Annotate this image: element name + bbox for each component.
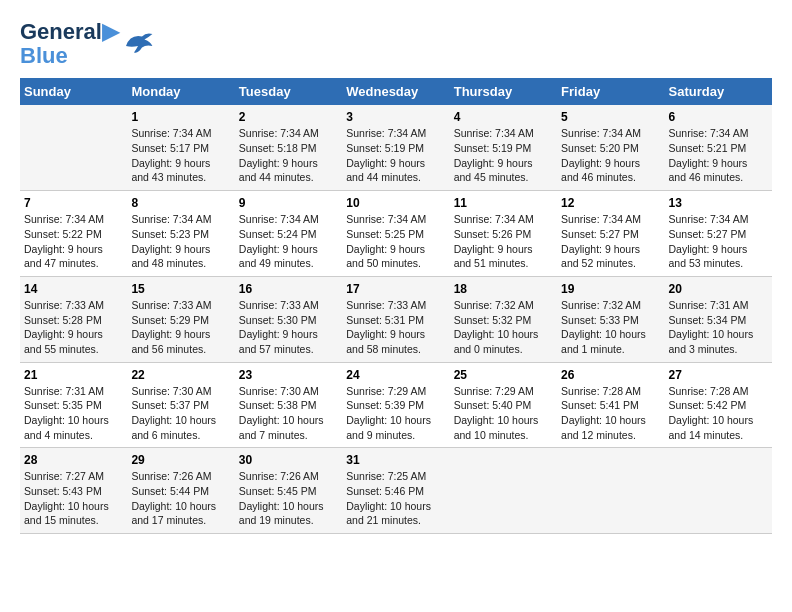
day-number: 24 [346,368,445,382]
logo-text2: Blue [20,44,119,68]
calendar-cell: 3Sunrise: 7:34 AMSunset: 5:19 PMDaylight… [342,105,449,190]
calendar-week-row: 21Sunrise: 7:31 AMSunset: 5:35 PMDayligh… [20,362,772,448]
calendar-cell [450,448,557,534]
calendar-cell: 9Sunrise: 7:34 AMSunset: 5:24 PMDaylight… [235,191,342,277]
calendar-cell: 6Sunrise: 7:34 AMSunset: 5:21 PMDaylight… [665,105,772,190]
day-number: 21 [24,368,123,382]
calendar-cell: 23Sunrise: 7:30 AMSunset: 5:38 PMDayligh… [235,362,342,448]
day-info: Sunrise: 7:29 AMSunset: 5:39 PMDaylight:… [346,384,445,443]
calendar-cell: 17Sunrise: 7:33 AMSunset: 5:31 PMDayligh… [342,276,449,362]
day-info: Sunrise: 7:30 AMSunset: 5:37 PMDaylight:… [131,384,230,443]
day-number: 28 [24,453,123,467]
calendar-cell: 24Sunrise: 7:29 AMSunset: 5:39 PMDayligh… [342,362,449,448]
day-info: Sunrise: 7:34 AMSunset: 5:25 PMDaylight:… [346,212,445,271]
header-friday: Friday [557,78,664,105]
calendar-cell: 30Sunrise: 7:26 AMSunset: 5:45 PMDayligh… [235,448,342,534]
calendar-cell: 8Sunrise: 7:34 AMSunset: 5:23 PMDaylight… [127,191,234,277]
calendar-cell: 28Sunrise: 7:27 AMSunset: 5:43 PMDayligh… [20,448,127,534]
day-info: Sunrise: 7:34 AMSunset: 5:21 PMDaylight:… [669,126,768,185]
day-info: Sunrise: 7:26 AMSunset: 5:45 PMDaylight:… [239,469,338,528]
day-number: 19 [561,282,660,296]
calendar-cell: 25Sunrise: 7:29 AMSunset: 5:40 PMDayligh… [450,362,557,448]
day-info: Sunrise: 7:29 AMSunset: 5:40 PMDaylight:… [454,384,553,443]
day-number: 2 [239,110,338,124]
day-info: Sunrise: 7:34 AMSunset: 5:19 PMDaylight:… [454,126,553,185]
calendar-cell: 11Sunrise: 7:34 AMSunset: 5:26 PMDayligh… [450,191,557,277]
calendar-cell: 19Sunrise: 7:32 AMSunset: 5:33 PMDayligh… [557,276,664,362]
day-number: 30 [239,453,338,467]
calendar-cell: 13Sunrise: 7:34 AMSunset: 5:27 PMDayligh… [665,191,772,277]
day-number: 14 [24,282,123,296]
calendar-cell [557,448,664,534]
day-info: Sunrise: 7:33 AMSunset: 5:28 PMDaylight:… [24,298,123,357]
day-number: 16 [239,282,338,296]
day-info: Sunrise: 7:34 AMSunset: 5:27 PMDaylight:… [669,212,768,271]
calendar-cell: 15Sunrise: 7:33 AMSunset: 5:29 PMDayligh… [127,276,234,362]
calendar-table: SundayMondayTuesdayWednesdayThursdayFrid… [20,78,772,534]
day-number: 8 [131,196,230,210]
calendar-cell: 4Sunrise: 7:34 AMSunset: 5:19 PMDaylight… [450,105,557,190]
calendar-cell: 27Sunrise: 7:28 AMSunset: 5:42 PMDayligh… [665,362,772,448]
page-header: General▶ Blue [20,20,772,68]
day-number: 17 [346,282,445,296]
day-number: 5 [561,110,660,124]
day-info: Sunrise: 7:34 AMSunset: 5:18 PMDaylight:… [239,126,338,185]
calendar-cell: 2Sunrise: 7:34 AMSunset: 5:18 PMDaylight… [235,105,342,190]
day-number: 10 [346,196,445,210]
calendar-cell: 5Sunrise: 7:34 AMSunset: 5:20 PMDaylight… [557,105,664,190]
calendar-cell: 26Sunrise: 7:28 AMSunset: 5:41 PMDayligh… [557,362,664,448]
day-number: 20 [669,282,768,296]
calendar-week-row: 7Sunrise: 7:34 AMSunset: 5:22 PMDaylight… [20,191,772,277]
header-sunday: Sunday [20,78,127,105]
day-info: Sunrise: 7:33 AMSunset: 5:31 PMDaylight:… [346,298,445,357]
calendar-cell: 21Sunrise: 7:31 AMSunset: 5:35 PMDayligh… [20,362,127,448]
calendar-cell: 31Sunrise: 7:25 AMSunset: 5:46 PMDayligh… [342,448,449,534]
logo: General▶ Blue [20,20,154,68]
day-number: 18 [454,282,553,296]
day-info: Sunrise: 7:34 AMSunset: 5:20 PMDaylight:… [561,126,660,185]
day-info: Sunrise: 7:25 AMSunset: 5:46 PMDaylight:… [346,469,445,528]
calendar-cell: 16Sunrise: 7:33 AMSunset: 5:30 PMDayligh… [235,276,342,362]
header-tuesday: Tuesday [235,78,342,105]
day-info: Sunrise: 7:33 AMSunset: 5:29 PMDaylight:… [131,298,230,357]
calendar-cell [665,448,772,534]
calendar-header-row: SundayMondayTuesdayWednesdayThursdayFrid… [20,78,772,105]
day-info: Sunrise: 7:32 AMSunset: 5:32 PMDaylight:… [454,298,553,357]
day-number: 7 [24,196,123,210]
day-number: 3 [346,110,445,124]
day-number: 6 [669,110,768,124]
logo-bird-icon [122,30,154,58]
calendar-cell: 7Sunrise: 7:34 AMSunset: 5:22 PMDaylight… [20,191,127,277]
header-thursday: Thursday [450,78,557,105]
day-info: Sunrise: 7:34 AMSunset: 5:23 PMDaylight:… [131,212,230,271]
day-number: 31 [346,453,445,467]
day-number: 12 [561,196,660,210]
calendar-cell: 12Sunrise: 7:34 AMSunset: 5:27 PMDayligh… [557,191,664,277]
day-info: Sunrise: 7:34 AMSunset: 5:26 PMDaylight:… [454,212,553,271]
day-number: 27 [669,368,768,382]
calendar-cell: 14Sunrise: 7:33 AMSunset: 5:28 PMDayligh… [20,276,127,362]
day-info: Sunrise: 7:34 AMSunset: 5:22 PMDaylight:… [24,212,123,271]
day-number: 9 [239,196,338,210]
calendar-week-row: 28Sunrise: 7:27 AMSunset: 5:43 PMDayligh… [20,448,772,534]
calendar-cell: 20Sunrise: 7:31 AMSunset: 5:34 PMDayligh… [665,276,772,362]
calendar-week-row: 14Sunrise: 7:33 AMSunset: 5:28 PMDayligh… [20,276,772,362]
day-info: Sunrise: 7:28 AMSunset: 5:42 PMDaylight:… [669,384,768,443]
header-saturday: Saturday [665,78,772,105]
calendar-cell [20,105,127,190]
day-number: 26 [561,368,660,382]
day-info: Sunrise: 7:27 AMSunset: 5:43 PMDaylight:… [24,469,123,528]
calendar-cell: 22Sunrise: 7:30 AMSunset: 5:37 PMDayligh… [127,362,234,448]
logo-text: General▶ [20,20,119,44]
header-monday: Monday [127,78,234,105]
day-info: Sunrise: 7:34 AMSunset: 5:17 PMDaylight:… [131,126,230,185]
day-number: 1 [131,110,230,124]
day-info: Sunrise: 7:26 AMSunset: 5:44 PMDaylight:… [131,469,230,528]
day-number: 15 [131,282,230,296]
day-number: 11 [454,196,553,210]
day-info: Sunrise: 7:31 AMSunset: 5:35 PMDaylight:… [24,384,123,443]
day-info: Sunrise: 7:31 AMSunset: 5:34 PMDaylight:… [669,298,768,357]
day-info: Sunrise: 7:30 AMSunset: 5:38 PMDaylight:… [239,384,338,443]
day-number: 29 [131,453,230,467]
day-info: Sunrise: 7:32 AMSunset: 5:33 PMDaylight:… [561,298,660,357]
